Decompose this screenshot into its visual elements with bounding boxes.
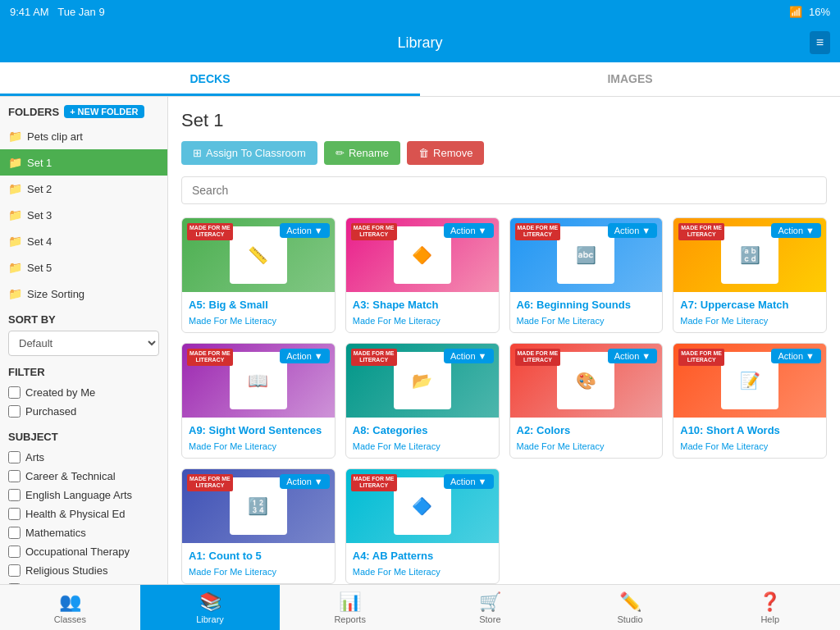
subject-checkbox-english-language[interactable]: [8, 489, 21, 501]
deck-card-a4: 🔷 MADE FOR MELITERACY Action ▼ A4: AB Pa…: [345, 468, 500, 584]
deck-card-a7: 🔡 MADE FOR MELITERACY Action ▼ A7: Upper…: [673, 217, 827, 333]
nav-library[interactable]: 📚 Library: [140, 585, 281, 630]
nav-store-label: Store: [479, 614, 500, 624]
deck-title-a7[interactable]: A7: Uppercase Match: [680, 299, 819, 311]
deck-title-a2[interactable]: A2: Colors: [517, 424, 656, 436]
subject-checkbox-mathematics[interactable]: [8, 527, 21, 539]
folder-icon: 📁: [8, 261, 22, 274]
made-for-me-badge: MADE FOR MELITERACY: [678, 349, 724, 366]
deck-image-a5: 📏 MADE FOR MELITERACY Action ▼: [182, 218, 335, 292]
deck-image-a4: 🔷 MADE FOR MELITERACY Action ▼: [346, 469, 499, 543]
deck-author-a10: Made For Me Literacy: [680, 441, 819, 451]
thumb-inner: 🎨: [557, 352, 614, 409]
nav-help[interactable]: ❓ Help: [700, 585, 840, 630]
subject-list: Arts Career & Technical English Language…: [8, 448, 159, 584]
nav-studio[interactable]: ✏️ Studio: [560, 585, 701, 630]
folder-item[interactable]: 📁 Set 5: [0, 254, 167, 281]
action-dropdown-a1[interactable]: Action ▼: [280, 474, 330, 489]
deck-author-a3: Made For Me Literacy: [353, 316, 492, 326]
subject-label: English Language Arts: [25, 489, 132, 501]
folder-name: Set 1: [27, 157, 52, 169]
subject-checkbox-career-technical[interactable]: [8, 470, 21, 482]
folder-icon: 📁: [8, 156, 22, 169]
filter-label: FILTER: [8, 366, 159, 378]
tab-images[interactable]: IMAGES: [420, 62, 840, 96]
deck-title-a4[interactable]: A4: AB Patterns: [353, 550, 492, 562]
nav-reports[interactable]: 📊 Reports: [280, 585, 420, 630]
deck-author-a6: Made For Me Literacy: [517, 316, 656, 326]
subject-item-health-physical: Health & Physical Ed: [8, 504, 159, 523]
deck-author-a2: Made For Me Literacy: [517, 441, 656, 451]
new-folder-button[interactable]: + NEW FOLDER: [64, 105, 144, 118]
folder-item[interactable]: 📁 Set 1: [0, 149, 167, 176]
subject-label: Science: [25, 583, 63, 584]
rename-button[interactable]: ✏ Rename: [324, 141, 400, 165]
deck-card-a9: 📖 MADE FOR MELITERACY Action ▼ A9: Sight…: [181, 343, 336, 459]
deck-author-a8: Made For Me Literacy: [353, 441, 492, 451]
remove-button[interactable]: 🗑 Remove: [407, 141, 484, 165]
assign-to-classroom-button[interactable]: ⊞ Assign To Classroom: [181, 141, 317, 165]
nav-store[interactable]: 🛒 Store: [420, 585, 560, 630]
filter-item-purchased: Purchased: [8, 402, 159, 421]
action-dropdown-a9[interactable]: Action ▼: [280, 349, 330, 363]
sort-select[interactable]: Default: [8, 331, 159, 356]
filter-list: Created by Me Purchased: [8, 383, 159, 421]
thumb-inner: 🔡: [721, 226, 778, 284]
folder-item[interactable]: 📁 Pets clip art: [0, 123, 167, 149]
menu-button[interactable]: ≡: [810, 31, 830, 54]
remove-icon: 🗑: [418, 147, 429, 159]
subject-checkbox-religious-studies[interactable]: [8, 564, 21, 577]
deck-title-a8[interactable]: A8: Categories: [353, 424, 492, 436]
nav-classes-label: Classes: [54, 614, 86, 624]
deck-title-a1[interactable]: A1: Count to 5: [189, 550, 328, 562]
content-area: Set 1 ⊞ Assign To Classroom ✏ Rename 🗑 R…: [168, 97, 840, 584]
made-for-me-badge: MADE FOR MELITERACY: [187, 349, 233, 366]
filter-checkbox-created-by-me[interactable]: [8, 386, 21, 399]
action-dropdown-a5[interactable]: Action ▼: [280, 223, 330, 238]
folder-list: 📁 Pets clip art📁 Set 1📁 Set 2📁 Set 3📁 Se…: [0, 123, 167, 307]
store-icon: 🛒: [479, 591, 501, 613]
search-input[interactable]: [181, 176, 827, 204]
subject-checkbox-science[interactable]: [8, 583, 21, 584]
deck-title-a6[interactable]: A6: Beginning Sounds: [517, 299, 656, 311]
action-dropdown-a2[interactable]: Action ▼: [608, 349, 658, 363]
folder-item[interactable]: 📁 Size Sorting: [0, 281, 167, 307]
deck-title-a9[interactable]: A9: Sight Word Sentences: [189, 424, 328, 436]
filter-label: Purchased: [25, 405, 76, 418]
deck-title-a5[interactable]: A5: Big & Small: [189, 299, 328, 311]
thumb-inner: 📖: [230, 352, 287, 409]
action-dropdown-a8[interactable]: Action ▼: [444, 349, 494, 363]
bottom-nav: 👥 Classes 📚 Library 📊 Reports 🛒 Store ✏️…: [0, 584, 840, 630]
header-title: Library: [397, 34, 442, 52]
deck-author-a4: Made For Me Literacy: [353, 567, 492, 577]
folder-item[interactable]: 📁 Set 4: [0, 228, 167, 254]
nav-help-label: Help: [760, 614, 779, 624]
subject-checkbox-occupational-therapy[interactable]: [8, 546, 21, 558]
deck-title-a10[interactable]: A10: Short A Words: [680, 424, 819, 436]
status-bar: 9:41 AM Tue Jan 9 📶 16%: [0, 0, 840, 23]
deck-title-a3[interactable]: A3: Shape Match: [353, 299, 492, 311]
status-time: 9:41 AM Tue Jan 9: [10, 6, 105, 18]
action-dropdown-a3[interactable]: Action ▼: [444, 223, 494, 238]
nav-studio-label: Studio: [617, 614, 642, 624]
deck-card-a3: 🔶 MADE FOR MELITERACY Action ▼ A3: Shape…: [345, 217, 500, 333]
made-for-me-badge: MADE FOR MELITERACY: [515, 223, 561, 240]
sort-section: SORT BY Default: [0, 307, 167, 359]
subject-checkbox-health-physical[interactable]: [8, 508, 21, 520]
action-dropdown-a7[interactable]: Action ▼: [771, 223, 821, 238]
action-dropdown-a10[interactable]: Action ▼: [771, 349, 821, 363]
folder-item[interactable]: 📁 Set 3: [0, 202, 167, 228]
folder-item[interactable]: 📁 Set 2: [0, 176, 167, 202]
deck-info-a1: A1: Count to 5 Made For Me Literacy: [182, 543, 335, 583]
deck-author-a7: Made For Me Literacy: [680, 316, 819, 326]
tab-decks[interactable]: DECKS: [0, 62, 420, 96]
deck-card-a8: 📂 MADE FOR MELITERACY Action ▼ A8: Categ…: [345, 343, 500, 459]
status-right: 📶 16%: [789, 6, 830, 18]
nav-classes[interactable]: 👥 Classes: [0, 585, 140, 630]
subject-item-mathematics: Mathematics: [8, 523, 159, 542]
subject-checkbox-arts[interactable]: [8, 451, 21, 463]
action-dropdown-a6[interactable]: Action ▼: [608, 223, 658, 238]
action-dropdown-a4[interactable]: Action ▼: [444, 474, 494, 489]
filter-checkbox-purchased[interactable]: [8, 405, 21, 418]
filter-item-created-by-me: Created by Me: [8, 383, 159, 402]
